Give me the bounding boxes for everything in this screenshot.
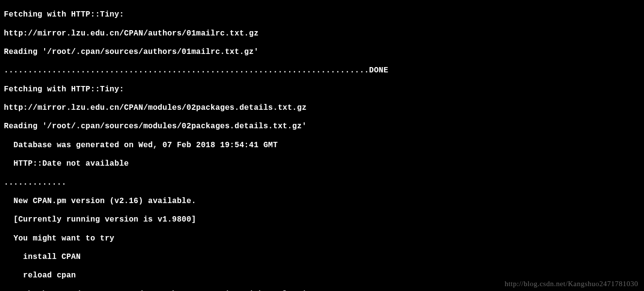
terminal-line: Reading '/root/.cpan/sources/authors/01m… (4, 48, 640, 57)
terminal-line: http://mirror.lzu.edu.cn/CPAN/modules/02… (4, 103, 640, 113)
terminal-line: Fetching with HTTP::Tiny: (4, 85, 640, 94)
terminal-line: HTTP::Date not available (4, 159, 640, 169)
watermark-text: http://blog.csdn.net/Kangshuo2471781030 (505, 279, 638, 288)
terminal-line: ........................................… (4, 66, 640, 75)
terminal-line: http://mirror.lzu.edu.cn/CPAN/authors/01… (4, 29, 640, 38)
terminal-line: [Currently running version is v1.9800] (4, 215, 640, 224)
terminal-line: You might want to try (4, 234, 640, 243)
terminal-line: ............. (4, 178, 640, 188)
terminal-line: New CPAN.pm version (v2.16) available. (4, 197, 640, 206)
terminal-line: install CPAN (4, 253, 640, 262)
terminal-output: Fetching with HTTP::Tiny: http://mirror.… (4, 1, 640, 291)
terminal-line: Database was generated on Wed, 07 Feb 20… (4, 141, 640, 150)
terminal-line: Reading '/root/.cpan/sources/modules/02p… (4, 122, 640, 131)
terminal-line: Fetching with HTTP::Tiny: (4, 10, 640, 19)
